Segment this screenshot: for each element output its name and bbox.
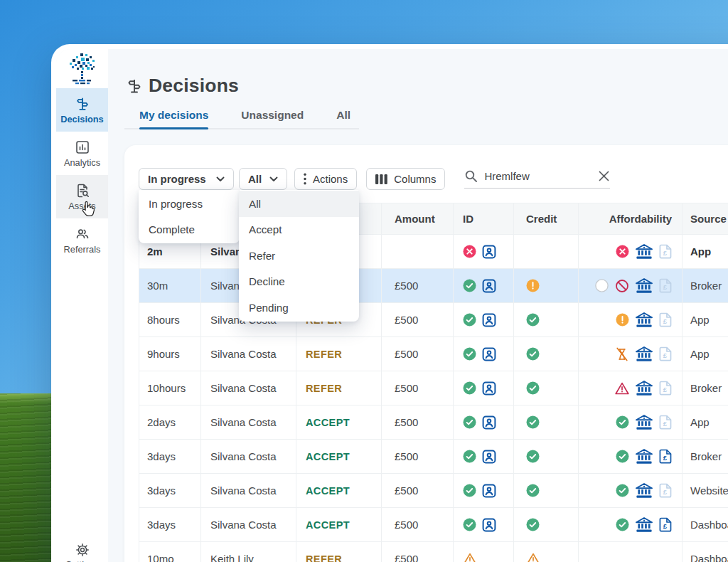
cell-id — [454, 474, 514, 507]
bank-icon[interactable] — [636, 244, 653, 260]
cell-affordability — [579, 542, 682, 562]
table-row[interactable]: 8hoursSilvana CostaREFER£500£App — [139, 303, 728, 337]
cell-credit — [514, 405, 579, 439]
bank-icon[interactable] — [636, 449, 653, 465]
idcard-icon[interactable] — [481, 381, 497, 396]
warning-triangle-red-icon — [615, 382, 629, 395]
idcard-icon[interactable] — [481, 346, 497, 362]
cell-affordability: £ — [579, 303, 682, 336]
menu-item-refer[interactable]: Refer — [239, 243, 359, 269]
menu-item-complete[interactable]: Complete — [139, 217, 240, 243]
cell-status: ACCEPT — [296, 405, 382, 439]
doc-blue-icon[interactable]: £ — [659, 449, 672, 464]
chevron-down-icon — [269, 176, 278, 182]
menu-item-decline[interactable]: Decline — [239, 269, 359, 295]
sidebar-item-referrals[interactable]: Referrals — [56, 218, 108, 262]
cell-amount: £500 — [382, 405, 454, 439]
cell-credit — [514, 337, 579, 371]
cell-amount: £500 — [382, 542, 454, 562]
table-row[interactable]: 10hoursSilvana CostaREFER£500£Broker — [139, 371, 728, 405]
cell-age: 3days — [139, 440, 201, 473]
document-search-icon — [75, 183, 90, 198]
doc-pale-icon[interactable]: £ — [659, 346, 672, 361]
kebab-icon — [304, 173, 306, 185]
people-icon — [75, 226, 90, 242]
doc-pale-icon[interactable]: £ — [659, 415, 672, 430]
sidebar-item-assets[interactable]: Assets — [56, 175, 108, 218]
bank-icon[interactable] — [636, 415, 653, 430]
column-header-id[interactable]: ID — [454, 203, 514, 234]
bank-icon[interactable] — [636, 381, 653, 396]
sidebar-item-settings[interactable]: Settings — [56, 534, 108, 562]
doc-pale-icon[interactable]: £ — [659, 381, 672, 396]
column-header-source[interactable]: Source — [682, 203, 728, 234]
idcard-icon[interactable] — [481, 517, 497, 533]
bank-icon[interactable] — [636, 346, 653, 362]
decision-filter-value: All — [248, 173, 262, 185]
decision-filter-dropdown[interactable]: All — [239, 168, 287, 190]
tab-my-decisions[interactable]: My decisions — [139, 109, 208, 128]
menu-item-accept[interactable]: Accept — [239, 217, 359, 243]
doc-blue-icon[interactable]: £ — [659, 517, 672, 532]
column-header-affordability[interactable]: Affordability — [579, 203, 682, 234]
table-row[interactable]: 3daysSilvana CostaACCEPT£500£Website — [139, 474, 728, 508]
doc-pale-icon[interactable]: £ — [659, 483, 672, 498]
idcard-icon[interactable] — [481, 278, 497, 294]
check-badge — [616, 450, 629, 463]
wallpaper-grass — [0, 393, 57, 562]
doc-pale-icon[interactable]: £ — [659, 312, 672, 327]
bank-icon[interactable] — [636, 483, 653, 499]
cell-status: ACCEPT — [296, 508, 382, 541]
bank-icon[interactable] — [636, 278, 653, 294]
tab-all[interactable]: All — [336, 109, 350, 128]
app-window: Decisions Analytics Assets Referrals Set… — [51, 44, 728, 562]
app-logo[interactable] — [56, 49, 108, 88]
search-clear-icon[interactable] — [598, 170, 610, 182]
columns-button[interactable]: Columns — [366, 168, 445, 190]
table-row[interactable]: 10moKeith LilyREFER£500Dashboard — [139, 542, 728, 562]
doc-pale-icon[interactable]: £ — [659, 244, 672, 259]
cell-amount: £500 — [382, 440, 454, 473]
actions-button[interactable]: Actions — [294, 168, 357, 190]
tab-unassigned[interactable]: Unassigned — [241, 109, 304, 128]
sidebar-item-analytics[interactable]: Analytics — [56, 132, 108, 175]
cell-source: Broker — [682, 440, 728, 473]
cell-source: Dashboard — [682, 542, 728, 562]
cell-credit — [514, 508, 579, 541]
table-row[interactable]: 9hoursSilvana CostaREFER£500£App — [139, 337, 728, 371]
table-row[interactable]: 3daysSilvana CostaACCEPT£500£Broker — [139, 440, 728, 474]
doc-pale-icon[interactable]: £ — [659, 278, 672, 293]
cell-age: 2days — [139, 405, 201, 439]
cross-badge — [616, 245, 629, 258]
cell-source: Broker — [682, 371, 728, 405]
svg-text:£: £ — [663, 351, 668, 359]
idcard-icon[interactable] — [481, 449, 497, 465]
menu-item-pending[interactable]: Pending — [239, 295, 359, 321]
status-filter-dropdown[interactable]: In progress — [139, 168, 234, 190]
check-badge — [463, 313, 476, 327]
table-row[interactable]: 2daysSilvana CostaACCEPT£500£App — [139, 405, 728, 440]
search-input[interactable] — [484, 170, 584, 182]
check-badge — [463, 279, 476, 292]
column-header-amount[interactable]: Amount — [382, 203, 454, 234]
svg-text:£: £ — [663, 386, 668, 393]
table-row[interactable]: 3daysSilvana CostaACCEPT£500£Dashboard — [139, 508, 728, 542]
gear-icon — [75, 543, 90, 557]
cell-credit — [514, 371, 579, 405]
bank-icon[interactable] — [636, 517, 653, 533]
column-header-credit[interactable]: Credit — [514, 203, 579, 234]
cell-name: Keith Lily — [201, 542, 296, 562]
menu-item-all[interactable]: All — [239, 191, 359, 217]
cell-affordability: £ — [579, 371, 682, 405]
sidebar-item-decisions[interactable]: Decisions — [56, 88, 108, 132]
idcard-icon[interactable] — [481, 244, 497, 260]
table-row[interactable]: 30mSilvana Costa£500£Broker — [139, 269, 728, 303]
bank-icon[interactable] — [636, 312, 653, 328]
check-badge — [463, 484, 476, 497]
cell-affordability: £ — [579, 440, 682, 473]
idcard-icon[interactable] — [481, 415, 497, 430]
idcard-icon[interactable] — [481, 312, 497, 328]
menu-item-in-progress[interactable]: In progress — [139, 191, 240, 217]
idcard-icon[interactable] — [481, 483, 497, 499]
cell-age: 9hours — [139, 337, 201, 371]
